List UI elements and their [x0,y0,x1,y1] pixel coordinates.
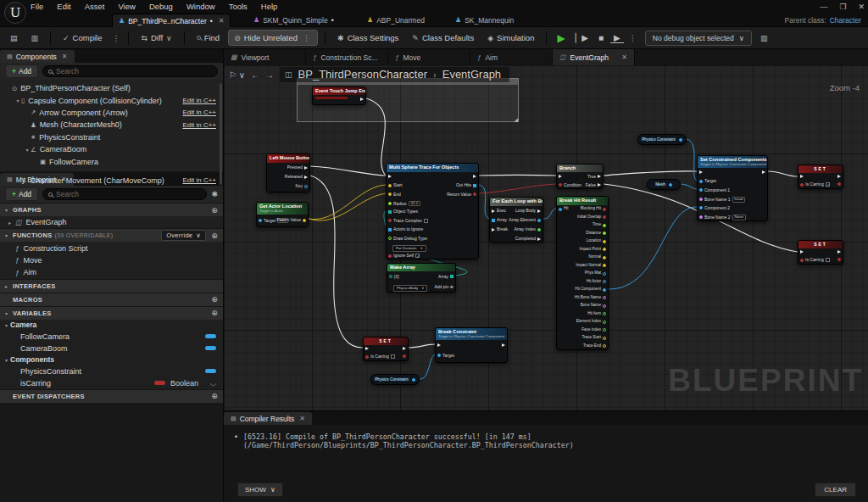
exec-pin-icon[interactable] [559,175,562,178]
close-button[interactable]: ✕ [858,3,865,11]
node-multi-sphere-trace[interactable]: Multi Sphere Trace For ObjectsStartEndRa… [386,163,479,259]
exec-pin-icon[interactable] [502,343,505,347]
data-pin-icon[interactable] [603,337,606,340]
item-construction-script[interactable]: ƒConstruction Script [0,242,223,254]
data-pin-icon[interactable] [559,208,562,211]
value-box[interactable]: head [732,197,746,202]
data-pin-icon[interactable] [603,296,606,299]
value-box[interactable]: None [732,215,747,220]
expand-arrow-icon[interactable]: ▾ [14,98,21,103]
compile-button[interactable]: ✓ Compile [58,31,107,45]
expand-arrow-icon[interactable]: ▾ [24,147,31,153]
edit-in-cpp-link[interactable]: Edit in C++ [182,109,216,116]
data-pin-icon[interactable] [679,138,682,142]
data-pin-icon[interactable] [388,237,392,240]
data-pin-icon[interactable] [259,219,262,222]
expand-arrow-icon[interactable]: ▾ [5,310,13,316]
data-pin-icon[interactable] [699,206,703,209]
asset-tab-skm-quinn-simple[interactable]: ♟SKM_Quinn_Simple• [248,14,340,27]
menu-edit[interactable]: Edit [57,2,70,11]
exec-pin-icon[interactable] [800,250,804,254]
data-pin-icon[interactable] [388,210,392,214]
value-box[interactable]: 32.0 [409,201,421,206]
save-button[interactable]: ▤ [5,31,23,45]
node-branch[interactable]: BranchConditionTrueFalse [556,164,604,189]
data-pin-icon[interactable] [304,185,308,188]
expand-arrow-icon[interactable]: ▾ [5,232,13,238]
checkbox[interactable] [826,258,830,262]
add-component-button[interactable]: + Add [5,64,38,78]
data-pin-icon[interactable] [603,215,606,219]
minimize-button[interactable]: — [820,3,827,11]
exec-pin-icon[interactable] [699,170,703,174]
data-pin-icon[interactable] [389,275,392,278]
components-search-input[interactable] [56,67,212,75]
node-physics-constraint-getter-bottom[interactable]: Physics Constraint [370,374,420,385]
component-row-physicsconstraint[interactable]: ∗PhysicsConstraint [0,131,223,143]
data-pin-icon[interactable] [388,192,392,196]
data-pin-icon[interactable] [492,219,495,222]
node-touch-jump-event[interactable]: Event Touch Jump End [312,86,366,105]
section-interfaces[interactable]: ▸INTERFACES [0,279,223,293]
menu-view[interactable]: View [118,2,135,11]
exec-pin-icon[interactable] [388,175,392,178]
data-pin-icon[interactable] [603,240,606,243]
menu-tools[interactable]: Tools [229,2,248,11]
data-pin-icon[interactable] [800,183,804,187]
data-pin-icon[interactable] [699,215,703,219]
exec-pin-icon[interactable] [492,228,495,231]
data-pin-icon[interactable] [437,354,441,357]
add-icon[interactable]: ⊕ [211,295,218,304]
components-scrollbar[interactable] [220,83,222,185]
data-pin-icon[interactable] [603,344,606,348]
breadcrumb-root[interactable]: BP_ThirdPersonCharacter [298,68,427,81]
close-icon[interactable]: ✕ [62,53,68,60]
data-pin-icon[interactable] [303,219,306,222]
checkbox[interactable]: ✓ [415,254,420,258]
menu-window[interactable]: Window [186,2,215,11]
tab-components[interactable]: ▤ Components ✕ [0,50,75,63]
data-pin-icon[interactable] [388,184,392,187]
exec-pin-icon[interactable] [537,237,541,241]
override-dropdown[interactable]: Override∨ [161,230,206,241]
node-set-iscarring-false-left[interactable]: SETIs Carring [363,337,409,361]
pin-label[interactable]: Add pin ⊕ [434,285,453,289]
play-button[interactable]: ▶ [554,32,568,44]
variable-cameraboom[interactable]: CameraBoom [0,343,223,354]
parent-class-value[interactable]: Character [830,16,861,25]
data-pin-icon[interactable] [388,219,392,222]
debug-browse-button[interactable]: ▥ [755,31,773,45]
data-pin-icon[interactable] [473,192,476,196]
data-pin-icon[interactable] [403,354,406,358]
exec-pin-icon[interactable] [598,175,601,178]
exec-pin-icon[interactable] [762,170,765,174]
section-functions[interactable]: ▾FUNCTIONS(39 OVERRIDABLE)Override∨⊕ [0,228,223,242]
simulation-button[interactable]: ◈ Simulation [482,31,539,45]
exec-pin-icon[interactable] [800,175,804,178]
data-pin-icon[interactable] [699,180,703,183]
asset-tab-sk-mannequin[interactable]: ♟SK_Mannequin [449,14,520,27]
node-for-each-loop-with-break[interactable]: For Each Loop with BreakExecArrayBreakLo… [489,197,543,243]
forward-arrow-icon[interactable]: → [265,70,274,80]
gear-icon[interactable]: ✱ [211,190,218,198]
clear-button[interactable]: CLEAR [815,482,856,497]
data-pin-icon[interactable] [603,208,606,211]
maximize-button[interactable]: ❐ [839,3,846,11]
data-pin-icon[interactable] [537,219,541,222]
data-pin-icon[interactable] [388,202,392,205]
edit-in-cpp-link[interactable]: Edit in C++ [182,176,216,184]
menu-debug[interactable]: Debug [149,2,173,11]
data-pin-icon[interactable] [473,184,476,187]
exec-pin-icon[interactable] [437,343,441,347]
data-pin-icon[interactable] [800,259,804,262]
data-pin-icon[interactable] [537,228,541,231]
checkbox[interactable]: ✓ [826,182,830,187]
expand-arrow-icon[interactable]: ▸ [5,283,13,289]
data-pin-icon[interactable] [699,198,703,201]
class-defaults-button[interactable]: ✎ Class Defaults [407,31,479,45]
data-pin-icon[interactable] [603,321,606,324]
node-physics-constraint-getter-top[interactable]: Physics Constraint [637,134,687,145]
node-set-constrained-components[interactable]: Set Constrained ComponentsTarget is Phys… [697,155,768,221]
data-pin-icon[interactable] [559,183,562,187]
asset-tab-abp-unarmed[interactable]: ♟ABP_Unarmed [361,14,431,27]
